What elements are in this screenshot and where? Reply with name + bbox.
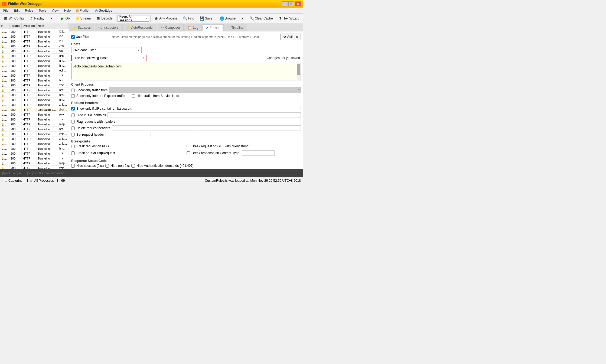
hide-url-checkbox[interactable] [71, 113, 75, 117]
browse-button[interactable]: 🌐 Browse [217, 15, 238, 22]
traffic-from-input[interactable]: ▼ [109, 87, 301, 93]
menu-fiddler[interactable]: ⊞ Fiddler [74, 8, 92, 13]
menu-view[interactable]: View [50, 8, 61, 13]
url-contains-input[interactable] [116, 106, 301, 111]
show-ie-traffic-label: Show only Internet Explorer traffic [76, 94, 125, 98]
table-row[interactable]: 🔒156 200 HTTP Tunnel to f11.baidu.com:44… [0, 29, 69, 34]
find-button[interactable]: 🔍 Find [180, 15, 197, 22]
set-header-input-2[interactable] [151, 132, 194, 137]
break-content-type-input[interactable] [242, 150, 275, 156]
url-contains-checkbox[interactable] [71, 107, 75, 110]
table-row[interactable]: 🔒258 200 HTTP Tunnel to hm.baidu.com:443 [0, 93, 69, 98]
table-row[interactable]: 🔒276 200 HTTP pan.baidu.com /box-static/… [0, 107, 69, 112]
clear-cache-button[interactable]: 🔧 Clear Cache [247, 15, 275, 22]
table-row[interactable]: 🔒322 200 HTTP Tunnel to zhidao.baidu.com… [0, 132, 69, 136]
lock-icon: 🔒 [1, 104, 4, 106]
show-traffic-from-checkbox[interactable] [71, 89, 75, 92]
table-row[interactable]: 🔒284 200 HTTP Tunnel to pan.baidu.com:44… [0, 112, 69, 117]
table-row[interactable]: 🔒232 200 HTTP Tunnel to hm.baidu.com:443 [0, 78, 69, 83]
set-header-input-1[interactable] [106, 132, 149, 137]
table-row[interactable]: 🔒265 200 HTTP Tunnel to hm.baidu.com:443 [0, 98, 69, 102]
zone-filter-dropdown[interactable]: - No Zone Filter - ▼ [71, 47, 142, 53]
tab-timeline[interactable]: — Timeline [223, 24, 247, 31]
tab-log[interactable]: 📋 Log [184, 24, 202, 31]
table-row[interactable]: 🔒193 200 HTTP Tunnel to eclick.baidu.com… [0, 68, 69, 73]
quickexec-input[interactable] [2, 171, 301, 175]
menu-geoedge[interactable]: ◎ GeoEdge [93, 8, 115, 13]
tab-autoresponder[interactable]: ⚡ AutoResponder [122, 24, 157, 31]
session-header: # Result Protocol Host [0, 23, 69, 29]
hide-success-checkbox[interactable] [71, 164, 75, 168]
table-row[interactable]: 🔒159 200 HTTP Tunnel to entry.baidu.com:… [0, 44, 69, 49]
break-content-type-label: Break response on Content-Type [192, 151, 239, 155]
tab-statistics[interactable]: ⚡ Statistics [69, 24, 94, 31]
browse-dropdown[interactable]: ▼ [239, 15, 247, 22]
tab-composer[interactable]: ✏ Composer [158, 24, 184, 31]
tab-inspectors[interactable]: 🔍 Inspectors [95, 24, 122, 31]
table-row[interactable]: 🔒270 200 HTTP Tunnel to zhidao.baidu.com… [0, 102, 69, 107]
table-row[interactable]: 🔒187 200 HTTP Tunnel to hm.baidu.com:443 [0, 58, 69, 63]
hide-non2xx-checkbox[interactable] [105, 164, 109, 168]
set-header-checkbox[interactable] [71, 133, 75, 136]
table-row[interactable]: 🔒233 200 HTTP Tunnel to zhidao.baidu.com… [0, 83, 69, 88]
flag-headers-checkbox[interactable] [71, 120, 75, 123]
delete-headers-input[interactable] [112, 125, 301, 131]
minimize-button[interactable]: — [282, 1, 288, 6]
break-post-checkbox[interactable] [71, 145, 75, 148]
table-row[interactable]: 🔒158 200 HTTP Tunnel to f12.baidu.com:44… [0, 39, 69, 44]
break-xml-checkbox[interactable] [71, 151, 75, 155]
decode-button[interactable]: ⊞ Decode [94, 15, 115, 22]
hide-url-input[interactable] [107, 112, 301, 118]
table-row[interactable]: 🔒192 200 HTTP Tunnel to hm.baidu.com:443 [0, 63, 69, 68]
table-row[interactable]: 🔒218 200 HTTP Tunnel to zhidao.baidu.com… [0, 73, 69, 78]
break-content-type-checkbox[interactable] [187, 151, 190, 155]
winconfig-button[interactable]: ⊞ WinConfig [1, 15, 26, 22]
maximize-button[interactable]: □ [288, 1, 294, 6]
break-get-checkbox[interactable] [187, 145, 190, 148]
replay-dropdown[interactable]: ▼ [47, 15, 56, 22]
menu-help[interactable]: Help [62, 8, 73, 13]
table-row[interactable]: 🔒243 200 HTTP Tunnel to hm.baidu.com:443 [0, 88, 69, 93]
host-filter-dropdown[interactable]: Hide the following Hosts ▼ [71, 55, 147, 61]
table-row[interactable]: 🔒390 200 HTTP Tunnel to zhidao.baidu.com… [0, 151, 69, 156]
capturing-button[interactable]: ⊙ Capturing [2, 178, 25, 182]
stream-button[interactable]: ⚡ Stream [73, 15, 93, 22]
menu-file[interactable]: File [1, 8, 11, 13]
table-row[interactable]: 🔒425 200 HTTP Tunnel to map.baidu.com:44… [0, 161, 69, 166]
any-process-button[interactable]: ⊕ Any Process [152, 15, 180, 22]
save-button[interactable]: 💾 Save [197, 15, 215, 22]
table-row[interactable]: 🔒312 200 HTTP Tunnel to hm.baidu.com:443 [0, 127, 69, 132]
hide-auth-checkbox[interactable] [131, 164, 135, 168]
table-row[interactable]: 🔒339 200 HTTP Tunnel to zhidao.baidu.com… [0, 136, 69, 141]
table-row[interactable]: 🔒299 200 HTTP Tunnel to map.baidu.com:44… [0, 122, 69, 127]
tab-filters[interactable]: ✔ Filters [202, 24, 223, 31]
all-processes-btn[interactable]: ≡ [30, 179, 32, 182]
table-row[interactable]: 🔒448 200 HTTP Tunnel to zhidao.baidu.com… [0, 166, 69, 169]
table-row[interactable]: 🔒167 200 HTTP Tunnel to gsp0.baidu.com:4… [0, 54, 69, 58]
hide-service-host-label: Hide traffic from Service Host [137, 94, 179, 98]
hosts-textarea-scrollbar[interactable] [297, 63, 301, 80]
hosts-textarea[interactable]: 51cto.com;baidu.com;taobao.com [71, 63, 301, 79]
use-filters-checkbox[interactable] [71, 35, 75, 39]
menu-tools[interactable]: Tools [37, 8, 48, 13]
menu-edit[interactable]: Edit [12, 8, 22, 13]
show-ie-traffic-checkbox[interactable] [71, 94, 75, 98]
go-button[interactable]: ▶ Go [58, 15, 72, 22]
table-row[interactable]: 🔒161 200 HTTP Tunnel to wn.pos.baidu.com… [0, 49, 69, 54]
delete-headers-checkbox[interactable] [71, 126, 75, 130]
menu-rules[interactable]: Rules [23, 8, 35, 13]
keep-dropdown[interactable]: Keep: All sessions ▼ [118, 15, 149, 22]
table-row[interactable]: 🔒157 200 HTTP Tunnel to t10.baidu.com:44… [0, 34, 69, 39]
flag-headers-input[interactable] [117, 119, 301, 124]
actions-button[interactable]: ⚙ Actions [280, 34, 301, 40]
hide-service-host-checkbox[interactable] [132, 94, 135, 98]
table-row[interactable]: 🔒389 200 HTTP Tunnel to hm.baidu.com:443 [0, 146, 69, 151]
table-row[interactable]: 🔒290 200 HTTP Tunnel to zhidao.baidu.com… [0, 117, 69, 122]
table-row[interactable]: 🔒370 200 HTTP Tunnel to zhidao.baidu.com… [0, 141, 69, 146]
col-header-num: # [0, 23, 9, 29]
table-row[interactable]: 🔒421 200 HTTP Tunnel to zhidao.baidu.com… [0, 156, 69, 161]
lock-icon: 🔒 [1, 128, 4, 131]
replay-button[interactable]: ↺ Replay [27, 15, 47, 22]
close-button[interactable]: ✕ [295, 1, 301, 6]
text-wizard-button[interactable]: T TextWizard [276, 15, 302, 22]
